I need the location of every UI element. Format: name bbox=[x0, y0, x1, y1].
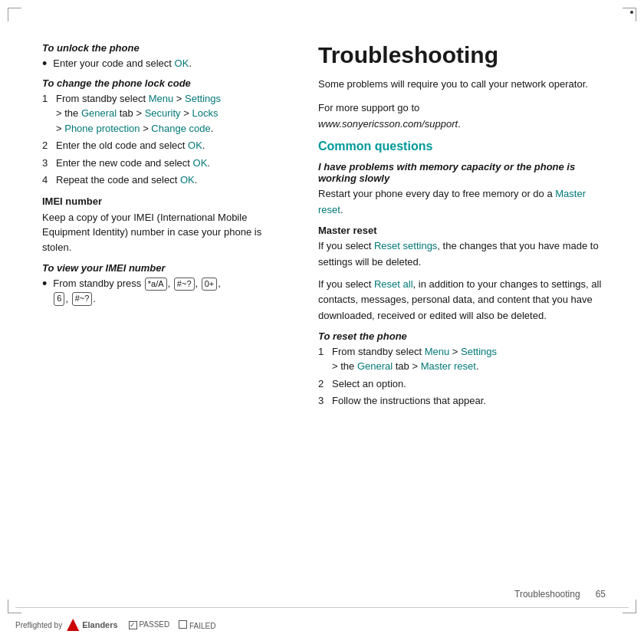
step-text-1: From standby select Menu > Settings > th… bbox=[56, 91, 272, 136]
view-imei-text: From standby press *a/A, #~?, 0+, 6, #~?… bbox=[53, 276, 272, 306]
elanders-name: Elanders bbox=[82, 620, 117, 629]
failed-label: FAILED bbox=[189, 622, 215, 630]
menu-link-1[interactable]: Menu bbox=[149, 93, 174, 104]
general-link-1[interactable]: General bbox=[81, 107, 117, 119]
reset-num-3: 3 bbox=[318, 393, 332, 409]
master-reset-p2: If you select Reset all, in addition to … bbox=[318, 277, 606, 324]
change-code-link[interactable]: Change code bbox=[151, 123, 210, 134]
footer: Preflighted by Elanders ✓ PASSED FAILED bbox=[0, 606, 644, 644]
settings-link-1[interactable]: Settings bbox=[185, 93, 221, 104]
view-imei-bullet: • From standby press *a/A, #~?, 0+, 6, #… bbox=[42, 276, 272, 306]
master-reset-link-2[interactable]: Master reset bbox=[421, 360, 476, 372]
reset-step-2: 2 Select an option. bbox=[318, 376, 606, 392]
passed-label: PASSED bbox=[139, 620, 169, 629]
ok-link-2[interactable]: OK bbox=[188, 140, 202, 151]
intro-text-2: For more support go to www.sonyericsson.… bbox=[318, 100, 606, 133]
reset-step-text-1: From standby select Menu > Settings > th… bbox=[332, 344, 606, 374]
settings-link-2[interactable]: Settings bbox=[461, 346, 497, 357]
change-code-heading: To change the phone lock code bbox=[42, 77, 272, 89]
key-star: *a/A bbox=[145, 278, 167, 291]
corner-mark-tl bbox=[8, 8, 21, 21]
menu-link-2[interactable]: Menu bbox=[425, 346, 450, 357]
reset-steps: 1 From standby select Menu > Settings > … bbox=[318, 344, 606, 409]
reset-step-1: 1 From standby select Menu > Settings > … bbox=[318, 344, 606, 374]
unlock-bullet-text: Enter your code and select OK. bbox=[53, 56, 272, 71]
preflighted-label: Preflighted by bbox=[15, 621, 62, 629]
right-column: Troubleshooting Some problems will requi… bbox=[310, 42, 606, 567]
view-imei-heading: To view your IMEI number bbox=[42, 262, 272, 274]
elanders-icon bbox=[67, 619, 79, 631]
reset-step-text-2: Select an option. bbox=[332, 376, 606, 392]
intro-text-1: Some problems will require you to call y… bbox=[318, 77, 606, 93]
page-number: 65 bbox=[596, 589, 606, 600]
page-number-area: Troubleshooting 65 bbox=[514, 589, 606, 600]
content-area: To unlock the phone • Enter your code an… bbox=[0, 0, 644, 606]
corner-mark-tr bbox=[623, 8, 636, 21]
locks-link[interactable]: Locks bbox=[192, 107, 218, 119]
reset-num-2: 2 bbox=[318, 376, 332, 392]
bullet-icon: • bbox=[42, 57, 47, 71]
top-right-dot bbox=[630, 11, 633, 14]
elanders-logo: Elanders bbox=[67, 619, 117, 631]
master-reset-p1: If you select Reset settings, the change… bbox=[318, 238, 606, 271]
master-reset-heading: Master reset bbox=[318, 225, 606, 236]
change-code-section: To change the phone lock code 1 From sta… bbox=[42, 77, 272, 188]
step-text-2: Enter the old code and select OK. bbox=[56, 138, 272, 153]
key-hash: #~? bbox=[174, 278, 195, 291]
imei-heading: IMEI number bbox=[42, 196, 272, 207]
ok-link-3[interactable]: OK bbox=[193, 157, 208, 169]
reset-step-text-3: Follow the instructions that appear. bbox=[332, 393, 606, 409]
page-section-label: Troubleshooting bbox=[514, 589, 580, 600]
key-hash2: #~? bbox=[72, 292, 93, 305]
step-num-3: 3 bbox=[42, 156, 56, 171]
common-questions-heading: Common questions bbox=[318, 140, 606, 153]
step-2: 2 Enter the old code and select OK. bbox=[42, 138, 272, 153]
imei-section: IMEI number Keep a copy of your IMEI (In… bbox=[42, 196, 272, 255]
support-url: www.sonyericsson.com/support bbox=[318, 118, 458, 130]
failed-checkbox bbox=[179, 620, 187, 629]
unlock-heading: To unlock the phone bbox=[42, 42, 272, 54]
to-reset-heading: To reset the phone bbox=[318, 330, 606, 342]
ok-link-4[interactable]: OK bbox=[180, 174, 195, 186]
step-4: 4 Repeat the code and select OK. bbox=[42, 172, 272, 188]
key-six: 6 bbox=[54, 292, 64, 305]
phone-protection-link[interactable]: Phone protection bbox=[64, 123, 140, 134]
bullet-icon-2: • bbox=[42, 277, 47, 291]
reset-step-3: 3 Follow the instructions that appear. bbox=[318, 393, 606, 409]
step-text-4: Repeat the code and select OK. bbox=[56, 172, 272, 188]
page: To unlock the phone • Enter your code an… bbox=[0, 0, 644, 644]
main-heading: Troubleshooting bbox=[318, 42, 606, 67]
step-text-3: Enter the new code and select OK. bbox=[56, 156, 272, 171]
reset-all-link[interactable]: Reset all bbox=[374, 278, 413, 290]
passed-checkbox: ✓ bbox=[129, 621, 137, 629]
step-1: 1 From standby select Menu > Settings > … bbox=[42, 91, 272, 136]
security-link[interactable]: Security bbox=[145, 107, 181, 119]
imei-text: Keep a copy of your IMEI (International … bbox=[42, 210, 272, 255]
q1-heading: I have problems with memory capacity or … bbox=[318, 161, 606, 184]
change-code-steps: 1 From standby select Menu > Settings > … bbox=[42, 91, 272, 188]
key-zero: 0+ bbox=[202, 278, 218, 291]
step-num-2: 2 bbox=[42, 138, 56, 153]
step-3: 3 Enter the new code and select OK. bbox=[42, 156, 272, 171]
view-imei-section: To view your IMEI number • From standby … bbox=[42, 262, 272, 306]
failed-separator: FAILED bbox=[179, 620, 215, 630]
footer-left: Preflighted by Elanders ✓ PASSED FAILED bbox=[15, 619, 216, 631]
step-num-1: 1 bbox=[42, 91, 56, 107]
general-link-2[interactable]: General bbox=[357, 360, 393, 372]
ok-link-1[interactable]: OK bbox=[175, 58, 189, 69]
master-reset-link-1[interactable]: Master reset bbox=[318, 188, 586, 215]
reset-num-1: 1 bbox=[318, 344, 332, 360]
passed-separator: ✓ PASSED bbox=[129, 620, 170, 629]
unlock-bullet: • Enter your code and select OK. bbox=[42, 56, 272, 71]
reset-settings-link[interactable]: Reset settings bbox=[374, 240, 437, 251]
step-num-4: 4 bbox=[42, 172, 56, 188]
q1-text: Restart your phone every day to free mem… bbox=[318, 186, 606, 219]
unlock-section: To unlock the phone • Enter your code an… bbox=[42, 42, 272, 71]
left-column: To unlock the phone • Enter your code an… bbox=[42, 42, 288, 567]
